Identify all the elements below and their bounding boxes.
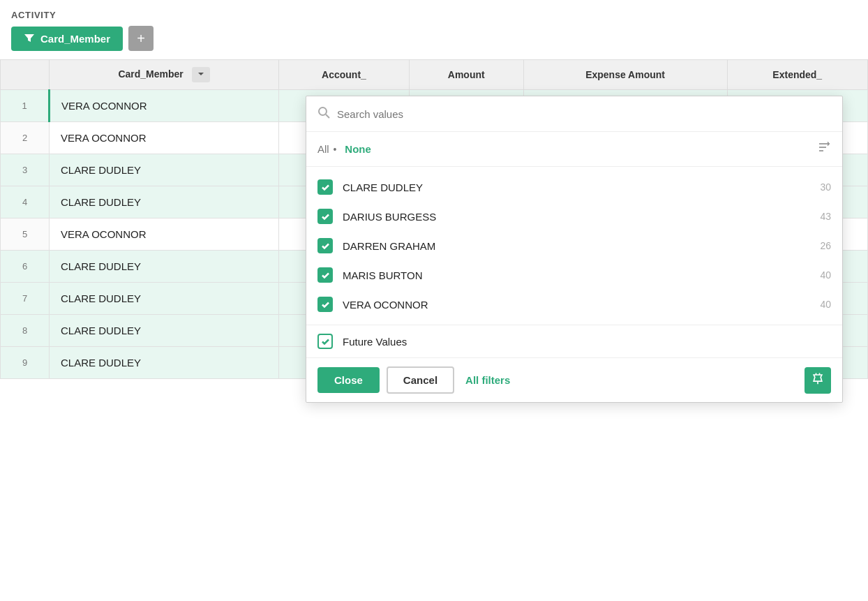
pin-button[interactable] <box>805 367 831 394</box>
svg-point-0 <box>319 107 327 115</box>
table-row-num: 1 <box>1 90 50 122</box>
col-header-amount: Amount <box>409 60 523 90</box>
toolbar: Card_Member + <box>0 26 868 59</box>
table-row: CLARE DUDLEY <box>50 186 279 218</box>
table-row-num: 5 <box>1 218 50 251</box>
future-values-label: Future Values <box>343 336 831 348</box>
table-row: CLARE DUDLEY <box>50 154 279 186</box>
table-row-num: 4 <box>1 186 50 218</box>
filter-items-list: CLARE DUDLEY30DARIUS BURGESS43DARREN GRA… <box>306 167 842 325</box>
filter-icon <box>24 32 35 45</box>
page: ACTIVITY Card_Member + Card_Member <box>0 0 868 601</box>
col-header-index <box>1 60 50 90</box>
filter-item-count: 30 <box>820 181 831 193</box>
table-row-num: 6 <box>1 251 50 283</box>
filter-item-label: CLARE DUDLEY <box>343 181 810 193</box>
filter-button-label: Card_Member <box>40 33 110 45</box>
table-row-num: 7 <box>1 283 50 315</box>
filter-item-label: VERA OCONNOR <box>343 299 810 311</box>
table-row-num: 9 <box>1 347 50 379</box>
search-icon <box>317 106 330 121</box>
search-input[interactable] <box>337 108 831 120</box>
cancel-button[interactable]: Cancel <box>387 366 454 394</box>
table-row: CLARE DUDLEY <box>50 315 279 347</box>
all-link[interactable]: All <box>317 143 329 155</box>
future-values-row[interactable]: Future Values <box>306 325 842 358</box>
filter-item[interactable]: DARIUS BURGESS43 <box>306 202 842 231</box>
filter-item[interactable]: DARREN GRAHAM26 <box>306 231 842 260</box>
svg-line-1 <box>326 114 329 118</box>
col-header-card-member: Card_Member <box>50 60 279 90</box>
plus-icon: + <box>137 31 145 47</box>
pin-icon <box>811 371 825 389</box>
filter-card-member-button[interactable]: Card_Member <box>11 27 123 51</box>
future-values-checkbox[interactable] <box>317 334 333 349</box>
table-row: VERA OCONNOR <box>50 218 279 251</box>
card-member-dropdown-button[interactable] <box>192 67 210 82</box>
filter-item-count: 40 <box>820 299 831 310</box>
col-header-account: Account_ <box>279 60 410 90</box>
table-row: VERA OCONNOR <box>50 90 279 122</box>
sort-icon[interactable] <box>817 140 831 158</box>
filter-dropdown-panel: All • None CLARE DUDLEY30DARIUS BURGESS4… <box>306 96 843 403</box>
filter-item-checkbox[interactable] <box>317 179 333 195</box>
action-buttons-row: Close Cancel All filters <box>306 358 842 402</box>
all-filters-button[interactable]: All filters <box>465 374 510 386</box>
filter-item-checkbox[interactable] <box>317 209 333 224</box>
table-row-num: 2 <box>1 122 50 154</box>
table-container: Card_Member Account_ Amount Expense Amou… <box>0 59 868 379</box>
filter-item-count: 40 <box>820 269 831 281</box>
filter-item-label: DARREN GRAHAM <box>343 240 810 252</box>
table-row-num: 8 <box>1 315 50 347</box>
col-header-extended: Extended_ <box>727 60 867 90</box>
table-row-num: 3 <box>1 154 50 186</box>
all-none-row: All • None <box>306 132 842 167</box>
search-bar <box>306 96 842 132</box>
table-row: CLARE DUDLEY <box>50 347 279 379</box>
filter-item-checkbox[interactable] <box>317 238 333 253</box>
filter-item-checkbox[interactable] <box>317 267 333 283</box>
none-link[interactable]: None <box>345 143 371 155</box>
filter-item[interactable]: MARIS BURTON40 <box>306 260 842 290</box>
filter-item[interactable]: CLARE DUDLEY30 <box>306 172 842 202</box>
table-row: VERA OCONNOR <box>50 122 279 154</box>
filter-item-checkbox[interactable] <box>317 297 333 312</box>
col-header-expense-amount: Expense Amount <box>523 60 727 90</box>
table-row: CLARE DUDLEY <box>50 283 279 315</box>
close-button[interactable]: Close <box>317 367 380 393</box>
table-row: CLARE DUDLEY <box>50 251 279 283</box>
filter-item-label: DARIUS BURGESS <box>343 211 810 223</box>
filter-item-count: 43 <box>820 211 831 222</box>
bullet-separator: • <box>334 144 337 155</box>
page-title: ACTIVITY <box>0 0 868 26</box>
add-filter-button[interactable]: + <box>128 26 154 51</box>
filter-item[interactable]: VERA OCONNOR40 <box>306 290 842 319</box>
filter-item-count: 26 <box>820 240 831 251</box>
filter-item-label: MARIS BURTON <box>343 269 810 281</box>
chevron-down-icon <box>197 70 205 80</box>
